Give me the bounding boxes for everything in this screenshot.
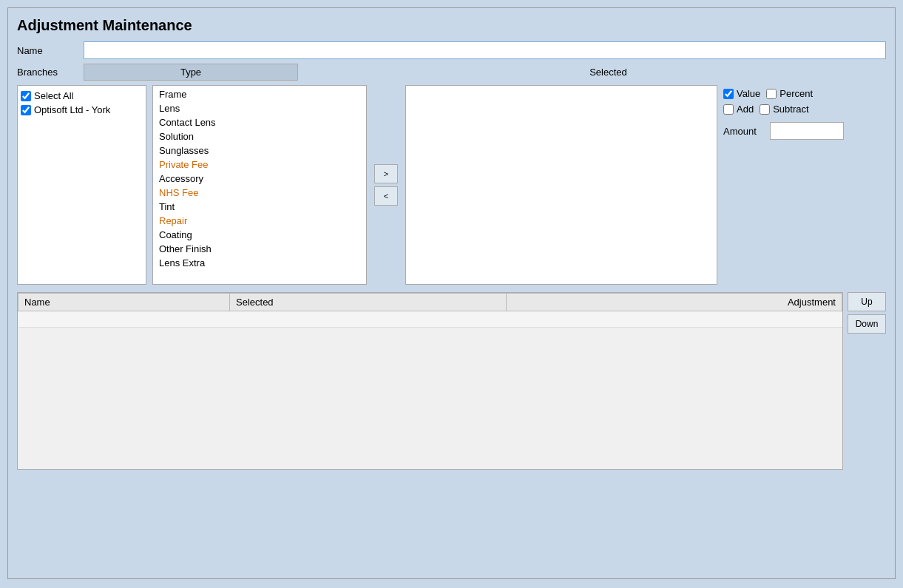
main-container: Adjustment Maintenance Name Branches Typ… (7, 7, 896, 579)
type-item-nhs-fee[interactable]: NHS Fee (153, 186, 366, 200)
percent-checkbox[interactable] (766, 89, 777, 99)
value-checkbox-label[interactable]: Value (723, 88, 760, 99)
middle-section: Select All Optisoft Ltd - York Frame Len… (17, 85, 886, 285)
amount-row: Amount (723, 122, 886, 140)
add-checkbox[interactable] (723, 104, 734, 115)
up-down-buttons: Up Down (848, 292, 886, 334)
branches-panel: Select All Optisoft Ltd - York (17, 85, 146, 285)
select-all-checkbox[interactable] (21, 91, 31, 101)
amount-input[interactable] (770, 122, 844, 140)
down-button[interactable]: Down (848, 314, 886, 334)
type-item-solution[interactable]: Solution (153, 129, 366, 143)
subtract-checkbox[interactable] (760, 104, 770, 115)
amount-label: Amount (723, 126, 764, 137)
name-label: Name (17, 45, 84, 56)
col-adjustment: Adjustment (507, 294, 842, 311)
page-title: Adjustment Maintenance (17, 17, 886, 34)
bottom-table: Name Selected Adjustment (18, 293, 842, 328)
branch-item-optisoft: Optisoft Ltd - York (21, 103, 143, 117)
type-item-repair[interactable]: Repair (153, 214, 366, 228)
type-item-frame[interactable]: Frame (153, 87, 366, 101)
type-item-lens[interactable]: Lens (153, 101, 366, 115)
type-item-contact-lens[interactable]: Contact Lens (153, 115, 366, 129)
selected-list-container (405, 85, 717, 285)
col-name: Name (18, 294, 230, 311)
table-empty-area (18, 311, 842, 328)
up-button[interactable]: Up (848, 292, 886, 311)
value-label: Value (737, 88, 760, 99)
add-checkbox-label[interactable]: Add (723, 104, 754, 115)
optisoft-label[interactable]: Optisoft Ltd - York (34, 104, 110, 115)
optisoft-checkbox[interactable] (21, 105, 31, 115)
type-item-other-finish[interactable]: Other Finish (153, 242, 366, 256)
bottom-table-container: Name Selected Adjustment (17, 292, 843, 470)
select-all-label[interactable]: Select All (34, 90, 73, 101)
table-empty-row (18, 311, 842, 328)
type-list-container: Frame Lens Contact Lens Solution Sunglas… (152, 85, 367, 285)
add-label: Add (737, 104, 754, 115)
type-item-tint[interactable]: Tint (153, 200, 366, 214)
add-button[interactable]: > (374, 164, 398, 183)
selected-header: Selected (331, 64, 886, 80)
branch-item-select-all: Select All (21, 89, 143, 103)
type-item-coating[interactable]: Coating (153, 228, 366, 242)
type-item-accessory[interactable]: Accessory (153, 172, 366, 186)
name-input[interactable] (84, 41, 886, 59)
add-subtract-row: Add Subtract (723, 104, 886, 115)
type-item-private-fee[interactable]: Private Fee (153, 158, 366, 172)
value-checkbox[interactable] (723, 89, 734, 99)
branches-label: Branches (17, 67, 84, 78)
bottom-section: Name Selected Adjustment Up Down (17, 292, 886, 470)
subtract-checkbox-label[interactable]: Subtract (760, 104, 808, 115)
subtract-label: Subtract (773, 104, 808, 115)
value-percent-row: Value Percent (723, 88, 886, 99)
type-item-lens-extra[interactable]: Lens Extra (153, 256, 366, 270)
type-header: Type (84, 64, 298, 81)
percent-label: Percent (779, 88, 813, 99)
right-panel: Value Percent Add Subtract Amount (723, 85, 886, 285)
type-item-sunglasses[interactable]: Sunglasses (153, 143, 366, 158)
name-row: Name (17, 41, 886, 59)
branches-row: Branches Type Selected (17, 64, 886, 81)
branches-list: Select All Optisoft Ltd - York (18, 86, 146, 120)
type-list[interactable]: Frame Lens Contact Lens Solution Sunglas… (153, 86, 366, 284)
percent-checkbox-label[interactable]: Percent (766, 88, 813, 99)
remove-button[interactable]: < (374, 186, 398, 206)
arrow-buttons: > < (373, 85, 399, 285)
col-selected: Selected (230, 294, 507, 311)
